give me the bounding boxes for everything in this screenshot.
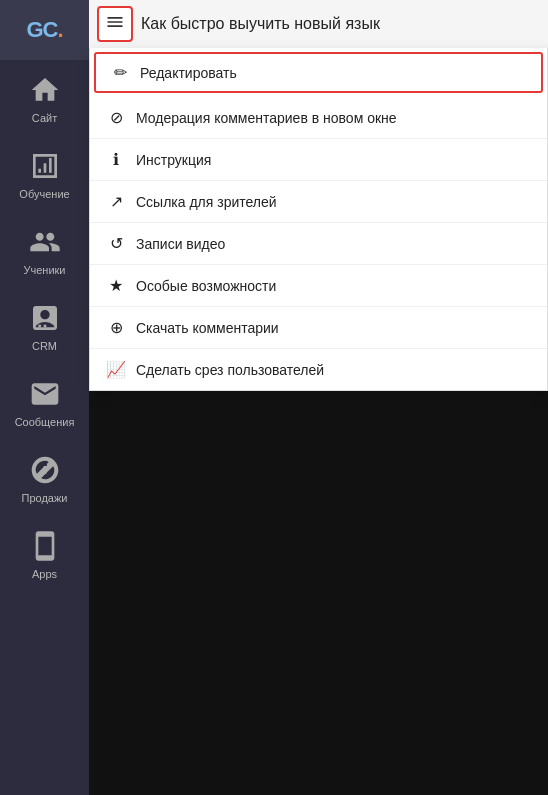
menu-button[interactable] xyxy=(97,6,133,42)
svg-rect-0 xyxy=(38,325,41,328)
star-icon: ★ xyxy=(106,276,126,295)
dropdown-item-edit-label: Редактировать xyxy=(140,65,237,81)
dropdown-item-moderation-label: Модерация комментариев в новом окне xyxy=(136,110,397,126)
home-icon xyxy=(27,72,63,108)
download-icon: ⊕ xyxy=(106,318,126,337)
phone-icon xyxy=(27,528,63,564)
info-icon: ℹ xyxy=(106,150,126,169)
dropdown-item-link-label: Ссылка для зрителей xyxy=(136,194,277,210)
moderation-icon: ⊘ xyxy=(106,108,126,127)
sidebar-item-students[interactable]: Ученики xyxy=(0,212,89,288)
dropdown-item-download[interactable]: ⊕ Скачать комментарии xyxy=(90,307,547,349)
chart-icon xyxy=(27,148,63,184)
header: Как быстро выучить новый язык xyxy=(89,0,548,48)
mail-icon xyxy=(27,376,63,412)
sidebar-item-sales[interactable]: Продажи xyxy=(0,440,89,516)
sidebar-item-site[interactable]: Сайт xyxy=(0,60,89,136)
users-icon xyxy=(27,224,63,260)
sidebar-item-crm-label: CRM xyxy=(32,340,57,352)
sidebar-item-learning[interactable]: Обучение xyxy=(0,136,89,212)
sales-icon xyxy=(27,452,63,488)
external-link-icon: ↗ xyxy=(106,192,126,211)
dropdown-item-records-label: Записи видео xyxy=(136,236,225,252)
dropdown-item-slice[interactable]: 📈 Сделать срез пользователей xyxy=(90,349,547,390)
logo-text: GC xyxy=(26,17,57,42)
dropdown-item-instruction[interactable]: ℹ Инструкция xyxy=(90,139,547,181)
nav-items: Сайт Обучение Ученики xyxy=(0,60,89,795)
sidebar-item-sales-label: Продажи xyxy=(22,492,68,504)
dropdown-item-link[interactable]: ↗ Ссылка для зрителей xyxy=(90,181,547,223)
dropdown-item-moderation[interactable]: ⊘ Модерация комментариев в новом окне xyxy=(90,97,547,139)
sidebar-item-students-label: Ученики xyxy=(23,264,65,276)
dropdown-item-edit[interactable]: ✏ Редактировать xyxy=(94,52,543,93)
sidebar-item-messages[interactable]: Сообщения xyxy=(0,364,89,440)
sidebar-item-apps-label: Apps xyxy=(32,568,57,580)
edit-icon: ✏ xyxy=(110,63,130,82)
crm-icon xyxy=(27,300,63,336)
sidebar-item-learning-label: Обучение xyxy=(19,188,69,200)
dropdown-item-slice-label: Сделать срез пользователей xyxy=(136,362,324,378)
dropdown-item-records[interactable]: ↺ Записи видео xyxy=(90,223,547,265)
video-records-icon: ↺ xyxy=(106,234,126,253)
page-title: Как быстро выучить новый язык xyxy=(141,15,380,33)
logo: GC. xyxy=(26,17,62,43)
dropdown-item-download-label: Скачать комментарии xyxy=(136,320,279,336)
sidebar: GC. Сайт Обучение xyxy=(0,0,89,795)
dropdown-item-instruction-label: Инструкция xyxy=(136,152,211,168)
svg-rect-1 xyxy=(43,325,46,328)
hamburger-icon xyxy=(105,12,125,36)
dropdown-item-features-label: Особые возможности xyxy=(136,278,276,294)
sidebar-item-crm[interactable]: CRM xyxy=(0,288,89,364)
sidebar-item-apps[interactable]: Apps xyxy=(0,516,89,592)
logo-area[interactable]: GC. xyxy=(0,0,89,60)
sidebar-item-site-label: Сайт xyxy=(32,112,57,124)
dropdown-item-features[interactable]: ★ Особые возможности xyxy=(90,265,547,307)
logo-dot: . xyxy=(57,17,62,42)
sidebar-item-messages-label: Сообщения xyxy=(15,416,75,428)
main-content: Как быстро выучить новый язык ✏ Редактир… xyxy=(89,0,548,795)
analytics-icon: 📈 xyxy=(106,360,126,379)
dropdown-menu: ✏ Редактировать ⊘ Модерация комментариев… xyxy=(89,48,548,391)
